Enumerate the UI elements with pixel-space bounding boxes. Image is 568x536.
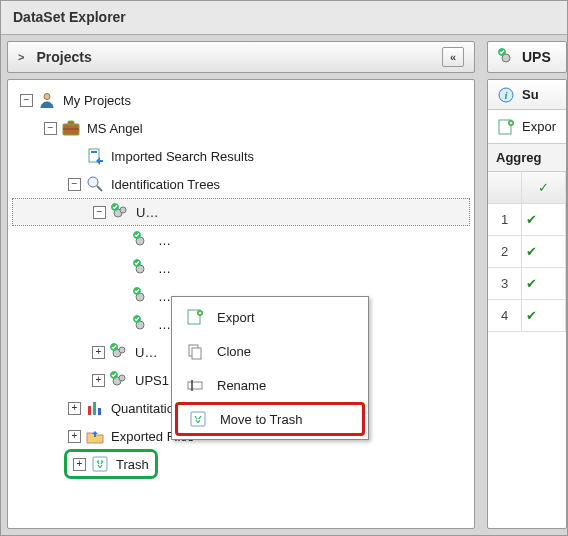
tree-label: U…	[133, 345, 157, 360]
move-trash-icon	[188, 410, 208, 428]
doc-import-icon	[85, 147, 105, 165]
ctx-clone[interactable]: Clone	[175, 334, 365, 368]
svg-rect-25	[88, 406, 91, 415]
svg-rect-37	[191, 412, 205, 426]
expander-minus-icon[interactable]: −	[20, 94, 33, 107]
person-icon	[37, 91, 57, 109]
summary-header[interactable]: i Su	[488, 80, 566, 110]
ctx-export[interactable]: Export	[175, 300, 365, 334]
svg-point-6	[88, 177, 98, 187]
col-index[interactable]	[488, 172, 522, 203]
tree-label: U…	[134, 205, 158, 220]
export-icon[interactable]	[496, 118, 516, 136]
projects-tree: − My Projects − MS Angel	[7, 79, 475, 529]
ctx-move-to-trash[interactable]: Move to Trash	[175, 402, 365, 436]
gears-check-icon	[132, 259, 152, 277]
trash-highlight: + Trash	[64, 449, 158, 479]
tree-label: Trash	[114, 457, 149, 472]
expander-minus-icon[interactable]: −	[93, 206, 106, 219]
aggregation-group-header: Aggreg	[488, 144, 566, 172]
info-icon: i	[496, 86, 516, 104]
briefcase-icon	[61, 119, 81, 137]
tree-trash-row[interactable]: + Trash	[12, 450, 470, 478]
gears-check-icon	[132, 231, 152, 249]
tree-label: Identification Trees	[109, 177, 220, 192]
svg-line-7	[97, 186, 102, 191]
ctx-label: Move to Trash	[220, 412, 302, 427]
magnifier-icon	[85, 175, 105, 193]
tree-root[interactable]: − My Projects	[12, 86, 470, 114]
col-status[interactable]: ✓	[522, 172, 566, 203]
ctx-label: Rename	[217, 378, 266, 393]
table-row[interactable]: 4 ✔	[488, 300, 566, 332]
tree-label: My Projects	[61, 93, 131, 108]
svg-rect-2	[68, 121, 74, 125]
tree-child[interactable]: …	[12, 254, 470, 282]
tree-selected-dataset[interactable]: − U…	[12, 198, 470, 226]
svg-point-20	[119, 347, 125, 353]
expander-minus-icon[interactable]: −	[44, 122, 57, 135]
svg-rect-34	[192, 348, 201, 359]
expander-plus-icon[interactable]: +	[68, 402, 81, 415]
svg-point-0	[44, 94, 50, 100]
table-row[interactable]: 3 ✔	[488, 268, 566, 300]
svg-point-23	[119, 375, 125, 381]
table-header-row: ✓	[488, 172, 566, 204]
export-icon	[185, 308, 205, 326]
clone-icon	[185, 342, 205, 360]
tree-label: MS Angel	[85, 121, 143, 136]
expander-plus-icon[interactable]: +	[92, 374, 105, 387]
gears-check-icon	[132, 315, 152, 333]
tree-identification[interactable]: − Identification Trees	[12, 170, 470, 198]
expander-minus-icon[interactable]: −	[68, 178, 81, 191]
svg-point-9	[120, 207, 126, 213]
gears-check-icon	[109, 371, 129, 389]
expander-plus-icon[interactable]: +	[68, 430, 81, 443]
expander-plus-icon[interactable]: +	[73, 458, 86, 471]
folder-export-icon	[85, 427, 105, 445]
expander-plus-icon[interactable]: +	[92, 346, 105, 359]
context-menu: Export Clone Rename	[171, 296, 369, 440]
gears-check-icon	[132, 287, 152, 305]
gears-check-icon	[110, 203, 130, 221]
table-row[interactable]: 1 ✔	[488, 204, 566, 236]
rename-icon	[185, 376, 205, 394]
tree-child[interactable]: …	[12, 226, 470, 254]
projects-panel-header[interactable]: > Projects «	[7, 41, 475, 73]
svg-rect-35	[188, 382, 202, 389]
ctx-rename[interactable]: Rename	[175, 368, 365, 402]
chevron-right-icon: >	[18, 51, 24, 63]
tab-label: UPS	[522, 49, 551, 65]
svg-rect-26	[93, 402, 96, 415]
right-tab[interactable]: UPS	[487, 41, 567, 73]
tree-label: Imported Search Results	[109, 149, 254, 164]
summary-label: Su	[522, 87, 539, 102]
projects-panel-title: Projects	[36, 49, 91, 65]
bar-chart-icon	[85, 399, 105, 417]
tree-imported[interactable]: Imported Search Results	[12, 142, 470, 170]
recycle-icon	[90, 455, 110, 473]
window-title: DataSet Explorer	[1, 1, 567, 35]
tree-study[interactable]: − MS Angel	[12, 114, 470, 142]
svg-rect-27	[98, 408, 101, 415]
gears-check-icon	[496, 48, 516, 66]
svg-rect-28	[93, 457, 107, 471]
svg-rect-5	[91, 151, 97, 153]
ctx-label: Clone	[217, 344, 251, 359]
collapse-button[interactable]: «	[442, 47, 464, 67]
gears-check-icon	[109, 343, 129, 361]
table-row[interactable]: 2 ✔	[488, 236, 566, 268]
aggregation-table: ✓ 1 ✔ 2 ✔ 3 ✔ 4	[488, 172, 566, 528]
ctx-label: Export	[217, 310, 255, 325]
export-button-label[interactable]: Expor	[522, 119, 556, 134]
